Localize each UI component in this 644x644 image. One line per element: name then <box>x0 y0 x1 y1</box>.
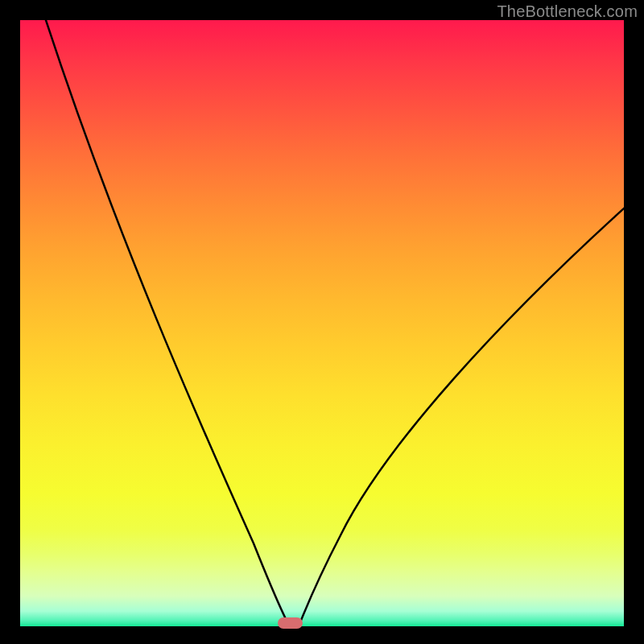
curve-left-branch <box>44 20 287 622</box>
curve-right-branch <box>300 207 624 622</box>
chart-frame: TheBottleneck.com <box>0 0 644 644</box>
bottleneck-curve <box>20 20 624 626</box>
watermark-text: TheBottleneck.com <box>497 2 638 21</box>
minimum-marker <box>278 617 303 629</box>
